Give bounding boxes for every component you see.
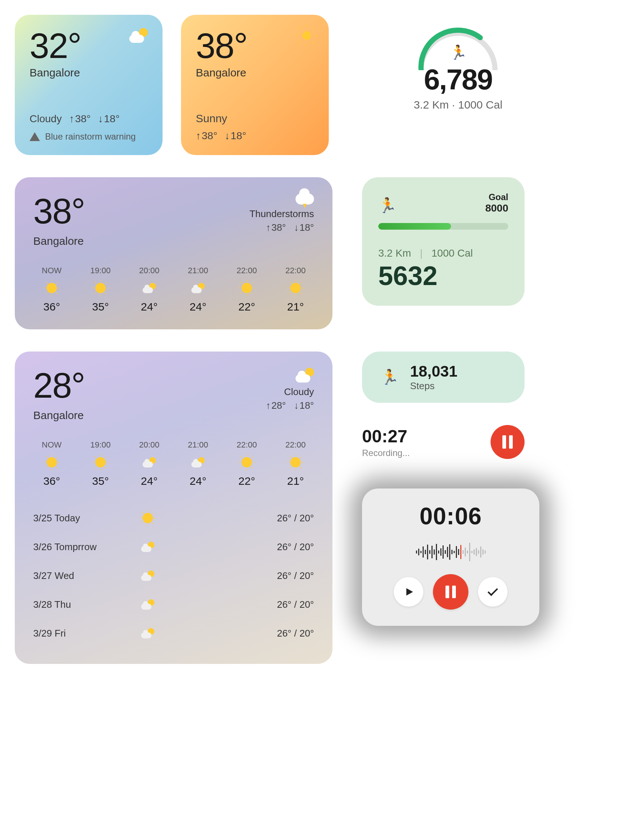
cloud-sun-icon <box>192 456 205 469</box>
high-temp: 38° <box>266 222 286 233</box>
cloud-sun-icon <box>129 628 166 638</box>
city-label: Bangalore <box>33 235 85 247</box>
condition-label: Thunderstorms <box>249 208 314 220</box>
cloud-sun-icon <box>192 281 205 295</box>
hour-time: 20:00 <box>139 440 159 450</box>
done-button[interactable] <box>478 577 508 607</box>
hour-temp: 24° <box>141 475 157 487</box>
city-label: Bangalore <box>196 66 314 79</box>
daily-high-low: 26° / 20° <box>277 628 314 639</box>
condition-label: Sunny <box>196 112 314 125</box>
hour-time: NOW <box>42 440 62 450</box>
steps-ring-widget[interactable]: 🏃 6,789 3.2 Km · 1000 Cal <box>362 15 554 111</box>
runner-icon: 🏃 <box>380 368 399 386</box>
cloud-sun-icon <box>296 368 314 382</box>
hour-time: 19:00 <box>90 440 111 450</box>
low-temp: 18° <box>225 130 246 142</box>
flag-button[interactable] <box>394 577 423 607</box>
sun-icon <box>289 281 302 295</box>
weather-card-small-sunny[interactable]: 38° Bangalore Sunny 38° 18° <box>181 15 329 155</box>
sun-icon <box>45 456 59 469</box>
recorder-card[interactable]: 00:06 <box>362 488 539 626</box>
daily-high-low: 26° / 20° <box>277 513 314 524</box>
sun-icon <box>240 281 253 295</box>
steps-count: 5632 <box>378 261 508 291</box>
sun-icon <box>45 281 59 295</box>
hour-temp: 22° <box>238 300 255 313</box>
hour-time: 22:00 <box>285 266 306 275</box>
condition-label: Cloudy <box>284 386 314 398</box>
hour-column: NOW36° <box>33 440 70 487</box>
hour-column: 21:0024° <box>179 266 217 313</box>
daily-date: 3/27 Wed <box>33 570 129 581</box>
hour-column: 20:0024° <box>131 266 168 313</box>
steps-goal-card[interactable]: 🏃 Goal 8000 3.2 Km | 1000 Cal 5632 <box>362 177 524 306</box>
high-temp: 38° <box>69 113 90 125</box>
hour-temp: 36° <box>43 475 60 487</box>
cloud-sun-icon <box>143 456 156 469</box>
pause-button[interactable] <box>433 574 469 609</box>
runner-icon: 🏃 <box>378 197 397 214</box>
hour-column: 21:0024° <box>179 440 217 487</box>
cloud-sun-icon <box>143 281 156 295</box>
hour-column: NOW36° <box>33 266 70 313</box>
calories: 1000 Cal <box>431 247 473 259</box>
thunderstorm-icon <box>296 193 314 205</box>
weather-card-hourly-1[interactable]: 38° Bangalore Thunderstorms 38° 18° NOW3… <box>15 177 333 329</box>
daily-row: 3/25 Today26° / 20° <box>33 504 314 532</box>
distance: 3.2 Km <box>378 247 411 259</box>
recording-time: 00:27 <box>362 426 410 447</box>
warning-icon <box>30 132 40 141</box>
low-temp: 18° <box>294 222 314 233</box>
temperature: 28° <box>33 368 85 403</box>
sun-icon <box>289 456 302 469</box>
condition-label: Cloudy <box>30 113 62 125</box>
sun-icon <box>240 456 253 469</box>
hour-temp: 21° <box>287 300 304 313</box>
hour-temp: 35° <box>92 300 109 313</box>
pause-button[interactable] <box>491 425 524 459</box>
low-temp: 18° <box>294 400 314 411</box>
hour-time: 19:00 <box>90 266 111 275</box>
daily-row: 3/29 Fri26° / 20° <box>33 619 314 647</box>
daily-row: 3/26 Tomprrow26° / 20° <box>33 532 314 561</box>
city-label: Bangalore <box>30 66 148 79</box>
hour-time: 20:00 <box>139 266 159 275</box>
hour-temp: 22° <box>238 475 255 487</box>
steps-label: Steps <box>410 380 457 392</box>
hour-time: 21:00 <box>188 440 208 450</box>
hour-column: 19:0035° <box>82 266 119 313</box>
hour-column: 22:0022° <box>228 440 265 487</box>
high-temp: 38° <box>196 130 217 142</box>
steps-count: 18,031 <box>410 363 457 380</box>
steps-subtext: 3.2 Km · 1000 Cal <box>414 99 502 111</box>
hour-column: 19:0035° <box>82 440 119 487</box>
cloud-sun-icon <box>129 28 148 43</box>
recording-row-widget: 00:27 Recording... <box>362 425 524 459</box>
waveform <box>377 541 524 563</box>
recorder-time: 00:06 <box>420 502 482 530</box>
weather-card-hourly-daily[interactable]: 28° Bangalore Cloudy 28° 18° NOW36°19:00… <box>15 352 333 664</box>
cloud-sun-icon <box>129 570 166 581</box>
daily-date: 3/28 Thu <box>33 599 129 610</box>
hour-column: 20:0024° <box>131 440 168 487</box>
hour-time: 22:00 <box>285 440 306 450</box>
weather-card-small-cloudy[interactable]: 32° Bangalore Cloudy 38° 18° Blue rainst… <box>15 15 163 155</box>
recording-status: Recording... <box>362 448 410 458</box>
hour-column: 22:0022° <box>228 266 265 313</box>
daily-date: 3/25 Today <box>33 513 129 524</box>
steps-pill-widget[interactable]: 🏃 18,031 Steps <box>362 352 524 403</box>
hour-time: 22:00 <box>236 440 257 450</box>
hour-time: NOW <box>42 266 62 275</box>
goal-label: Goal <box>485 192 508 202</box>
daily-date: 3/29 Fri <box>33 628 129 639</box>
daily-row: 3/27 Wed26° / 20° <box>33 561 314 590</box>
hour-time: 21:00 <box>188 266 208 275</box>
temperature: 38° <box>33 193 85 229</box>
runner-icon: 🏃 <box>450 44 467 60</box>
hour-temp: 24° <box>190 300 206 313</box>
progress-bar <box>378 223 508 230</box>
goal-value: 8000 <box>485 202 508 214</box>
hour-column: 22:0021° <box>277 440 314 487</box>
check-icon <box>488 586 498 596</box>
